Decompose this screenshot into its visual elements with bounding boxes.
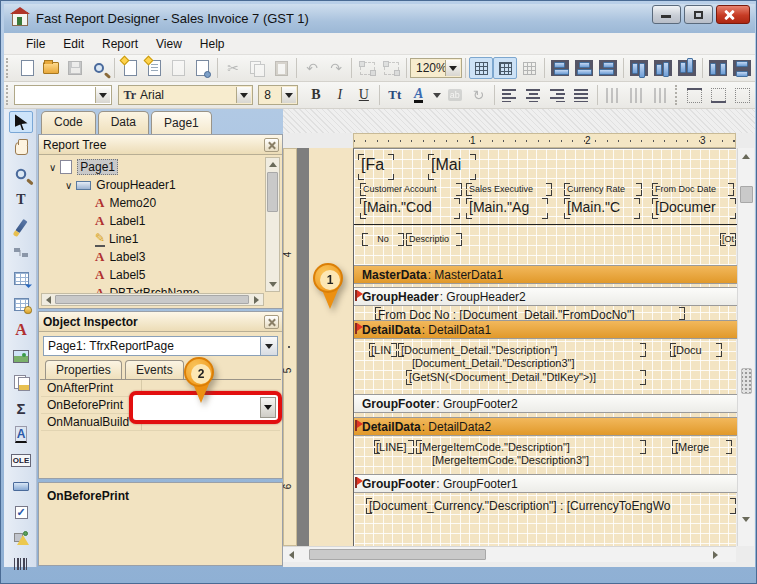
- shape-object-tool[interactable]: [9, 475, 33, 497]
- label-sales-executive[interactable]: Sales Executive: [466, 183, 552, 196]
- new-report-button[interactable]: [15, 57, 39, 79]
- memo-merge-description3[interactable]: [MergeItemCode."Description3"]: [432, 454, 589, 466]
- ole-object-tool[interactable]: OLE: [9, 449, 33, 471]
- tree-item-label1[interactable]: ALabel1: [95, 212, 145, 230]
- memo-no[interactable]: No: [362, 233, 404, 246]
- object-selector-combo[interactable]: Page1: TfrxReportPage: [43, 336, 278, 356]
- new-dialog-button[interactable]: [142, 57, 166, 79]
- memo-detail-description[interactable]: [Document_Detail."Description"]: [398, 343, 646, 357]
- checkbox-object-tool[interactable]: ✓: [9, 501, 33, 523]
- band-groupfooter1[interactable]: GroupFooter: GroupFooter1: [354, 474, 737, 493]
- fit-to-grid-button[interactable]: [517, 57, 541, 79]
- label-from-doc-date[interactable]: From Doc Date: [652, 183, 734, 196]
- menu-view[interactable]: View: [148, 35, 190, 53]
- bold-button[interactable]: B: [304, 84, 328, 106]
- minimize-button[interactable]: [652, 5, 681, 24]
- tree-item-page1[interactable]: ∨Page1: [49, 158, 118, 176]
- memo-merge-description[interactable]: [MergeItemCode."Description"]: [416, 440, 646, 454]
- insert-data-band-tool[interactable]: [9, 293, 33, 315]
- style-combo[interactable]: [14, 85, 112, 105]
- splitter-grip[interactable]: [741, 368, 752, 394]
- subreport-object-tool[interactable]: [9, 371, 33, 393]
- memo-currency-words[interactable]: [Document_Currency."Description"] : [Cur…: [366, 498, 736, 514]
- align-v-centers-button[interactable]: [651, 57, 675, 79]
- format-painter-tool[interactable]: [9, 215, 33, 237]
- page-settings-button[interactable]: [190, 57, 214, 79]
- label-currency-rate[interactable]: Currency Rate: [564, 183, 642, 196]
- tab-page1[interactable]: Page1: [151, 111, 212, 134]
- text-align-justify-button[interactable]: [570, 84, 594, 106]
- text-align-top-button[interactable]: [601, 84, 625, 106]
- maximize-button[interactable]: [684, 5, 713, 24]
- memo-merge-side[interactable]: [Merge: [672, 440, 732, 454]
- line-object[interactable]: [354, 224, 737, 225]
- redo-button[interactable]: ↷: [324, 57, 348, 79]
- band-groupfooter2[interactable]: GroupFooter: GroupFooter2: [354, 394, 737, 413]
- hand-tool[interactable]: [9, 137, 33, 159]
- page-grid[interactable]: [Fa [Mai Customer Account Sales Executiv…: [353, 148, 736, 546]
- zoom-combo[interactable]: 120%: [410, 58, 462, 78]
- object-inspector-close-icon[interactable]: [264, 315, 279, 329]
- toolbar-grip2[interactable]: [6, 85, 12, 105]
- align-right-edges-button[interactable]: [596, 57, 620, 79]
- tree-item-line1[interactable]: ✎Line1: [95, 230, 138, 248]
- text-style-button[interactable]: Tt: [383, 84, 407, 106]
- align-bottom-edges-button[interactable]: [675, 57, 699, 79]
- menu-report[interactable]: Report: [94, 35, 146, 53]
- band-detaildata2[interactable]: DetailData: DetailData2: [354, 417, 737, 436]
- tree-item-memo20[interactable]: AMemo20: [95, 194, 156, 212]
- rotation-button[interactable]: ↻: [467, 84, 491, 106]
- system-text-tool[interactable]: Σ: [9, 397, 33, 419]
- toolbar-grip[interactable]: [6, 58, 13, 78]
- delete-page-button[interactable]: [166, 57, 190, 79]
- space-horizontally-button[interactable]: [706, 57, 730, 79]
- object-selector-caret-icon[interactable]: [260, 337, 277, 355]
- frame-top-button[interactable]: [683, 84, 707, 106]
- tree-horizontal-scrollbar[interactable]: [41, 293, 264, 306]
- highlight-button[interactable]: ab: [443, 84, 467, 106]
- memo-getsn[interactable]: [GetSN(<Document_Detail."DtlKey">)]: [406, 370, 646, 385]
- tree-item-groupheader1[interactable]: ∨GroupHeader1: [65, 176, 176, 194]
- undo-button[interactable]: ↶: [300, 57, 324, 79]
- memo-descriptio[interactable]: Descriptio: [406, 233, 462, 246]
- menu-file[interactable]: File: [18, 35, 53, 53]
- new-page-button[interactable]: [118, 57, 142, 79]
- shapes-object-tool[interactable]: [9, 527, 33, 549]
- frame-toolbar-grip[interactable]: [675, 85, 681, 105]
- memo-ot[interactable]: [Ot: [720, 233, 736, 246]
- field-main-currency[interactable]: [Main."C: [564, 198, 640, 219]
- font-color-button[interactable]: A: [407, 84, 431, 106]
- design-vertical-scrollbar[interactable]: [737, 148, 754, 546]
- draw-text-tool[interactable]: A: [9, 423, 33, 445]
- font-name-combo[interactable]: TrArial: [118, 85, 253, 105]
- memo-line-prefix[interactable]: [LIN: [369, 343, 397, 357]
- text-align-bottom-button[interactable]: [649, 84, 673, 106]
- menu-edit[interactable]: Edit: [55, 35, 92, 53]
- italic-button[interactable]: I: [328, 84, 352, 106]
- tab-events[interactable]: Events: [125, 360, 184, 379]
- field-document-date[interactable]: [Documer: [652, 198, 736, 219]
- text-align-center-button[interactable]: [522, 84, 546, 106]
- picture-object-tool[interactable]: [9, 345, 33, 367]
- tab-data[interactable]: Data: [98, 111, 149, 134]
- report-tree-close-icon[interactable]: [264, 138, 279, 152]
- open-report-button[interactable]: [39, 57, 63, 79]
- font-size-combo[interactable]: 8: [258, 85, 298, 105]
- onbeforeprint-dropdown-button[interactable]: [260, 397, 276, 418]
- text-editor-tool[interactable]: T: [9, 189, 33, 211]
- zoom-tool[interactable]: [9, 163, 33, 185]
- underline-button[interactable]: U: [352, 84, 376, 106]
- insert-band-tool[interactable]: [9, 267, 33, 289]
- memo-mai[interactable]: [Mai: [428, 154, 476, 180]
- align-h-centers-button[interactable]: [572, 57, 596, 79]
- text-object-tool[interactable]: A: [9, 319, 33, 341]
- show-grid-toggle[interactable]: [469, 57, 493, 79]
- band-tool[interactable]: [9, 241, 33, 263]
- tree-vertical-scrollbar[interactable]: [265, 157, 280, 292]
- font-color-dropdown[interactable]: [431, 84, 443, 106]
- tab-properties[interactable]: Properties: [45, 360, 122, 379]
- select-tool[interactable]: [9, 111, 33, 133]
- design-horizontal-scrollbar[interactable]: [283, 546, 736, 562]
- frame-bottom-button[interactable]: [707, 84, 731, 106]
- align-top-edges-button[interactable]: [627, 57, 651, 79]
